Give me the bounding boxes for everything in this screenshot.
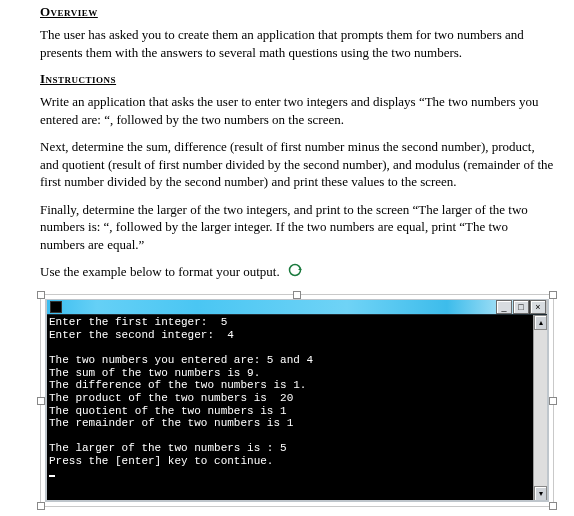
close-button[interactable]: × bbox=[530, 300, 546, 314]
console-line: Enter the first integer: 5 bbox=[49, 316, 227, 328]
cursor-icon bbox=[49, 475, 55, 477]
heading-overview: Overview bbox=[40, 4, 554, 20]
console-line: The sum of the two numbers is 9. bbox=[49, 367, 260, 379]
console-line: The difference of the two numbers is 1. bbox=[49, 379, 306, 391]
instruction-paragraph-1: Write an application that asks the user … bbox=[40, 93, 554, 128]
scroll-up-button[interactable]: ▴ bbox=[534, 315, 547, 330]
vertical-scrollbar[interactable]: ▴ ▾ bbox=[533, 315, 547, 501]
resize-handle-icon[interactable] bbox=[37, 397, 45, 405]
instruction-text-4: Use the example below to format your out… bbox=[40, 265, 280, 280]
resize-handle-icon[interactable] bbox=[549, 502, 557, 510]
instruction-paragraph-2: Next, determine the sum, difference (res… bbox=[40, 138, 554, 191]
console-body: Enter the first integer: 5 Enter the sec… bbox=[47, 315, 547, 501]
overview-paragraph: The user has asked you to create them an… bbox=[40, 26, 554, 61]
maximize-button[interactable]: □ bbox=[513, 300, 529, 314]
resize-handle-icon[interactable] bbox=[37, 291, 45, 299]
console-line: The larger of the two numbers is : 5 bbox=[49, 442, 287, 454]
console-text: Enter the first integer: 5 Enter the sec… bbox=[47, 315, 533, 501]
document-page: Overview The user has asked you to creat… bbox=[0, 4, 574, 516]
rotate-handle-icon bbox=[287, 262, 303, 283]
console-line: The two numbers you entered are: 5 and 4 bbox=[49, 354, 313, 366]
scroll-down-button[interactable]: ▾ bbox=[534, 486, 547, 501]
cmd-icon bbox=[50, 301, 62, 313]
instruction-paragraph-3: Finally, determine the larger of the two… bbox=[40, 201, 554, 254]
resize-handle-icon[interactable] bbox=[37, 502, 45, 510]
heading-instructions: Instructions bbox=[40, 71, 554, 87]
window-titlebar: _ □ × bbox=[47, 300, 547, 315]
minimize-button[interactable]: _ bbox=[496, 300, 512, 314]
resize-handle-icon[interactable] bbox=[549, 291, 557, 299]
figure-selection-frame[interactable]: _ □ × Enter the first integer: 5 Enter t… bbox=[40, 294, 554, 507]
resize-handle-icon[interactable] bbox=[293, 291, 301, 299]
console-window: _ □ × Enter the first integer: 5 Enter t… bbox=[45, 299, 549, 502]
console-line: Press the [enter] key to continue. bbox=[49, 455, 273, 467]
resize-handle-icon[interactable] bbox=[549, 397, 557, 405]
console-line: The product of the two numbers is 20 bbox=[49, 392, 293, 404]
console-line: Enter the second integer: 4 bbox=[49, 329, 234, 341]
instruction-paragraph-4: Use the example below to format your out… bbox=[40, 263, 554, 284]
console-line: The remainder of the two numbers is 1 bbox=[49, 417, 293, 429]
console-line: The quotient of the two numbers is 1 bbox=[49, 405, 287, 417]
